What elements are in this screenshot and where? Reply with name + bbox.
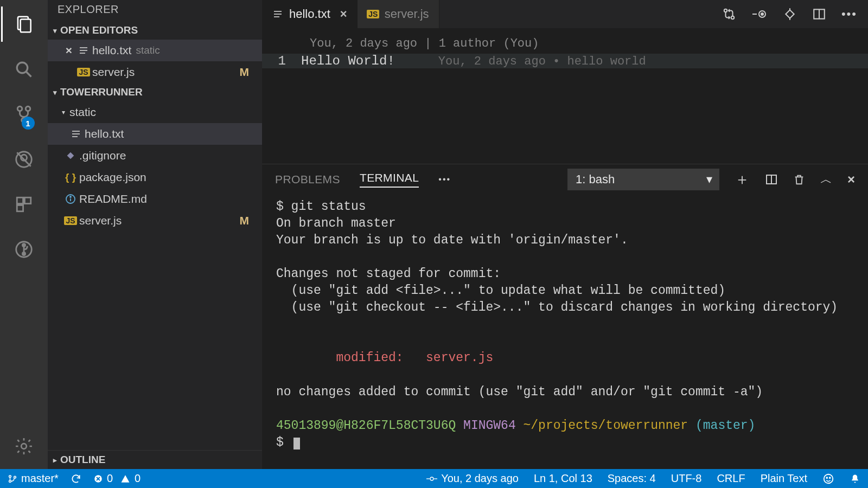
status-blame[interactable]: You, 2 days ago (426, 472, 519, 485)
svg-line-3 (27, 72, 31, 76)
svg-rect-1 (21, 19, 31, 32)
more-icon[interactable]: ••• (841, 7, 857, 21)
terminal-input-line: $ (276, 434, 854, 451)
file-readme[interactable]: README.md (48, 188, 262, 210)
sidebar-title: EXPLORER (48, 0, 262, 21)
chevron-down-icon: ▾ (53, 88, 57, 97)
file-lines-icon (75, 45, 92, 56)
modified-indicator: M (240, 214, 250, 227)
status-sync-icon[interactable] (71, 473, 81, 484)
source-control-icon[interactable]: 1 (9, 97, 39, 132)
svg-point-43 (9, 480, 11, 482)
git-graph-icon[interactable] (9, 232, 39, 267)
maximize-panel-icon[interactable]: ︿ (820, 171, 832, 188)
diamond-diff-icon[interactable] (783, 7, 797, 21)
notifications-bell-icon[interactable] (850, 473, 860, 485)
status-language[interactable]: Plain Text (761, 472, 807, 485)
tab-server[interactable]: JS server.js (358, 0, 439, 28)
project-header[interactable]: ▾ TOWERRUNNER (48, 83, 262, 101)
svg-point-5 (25, 106, 30, 111)
folder-static[interactable]: ▾ static (48, 101, 262, 123)
cursor-icon (293, 438, 300, 450)
code-line-1[interactable]: 1 Hello World! You, 2 days ago • hello w… (262, 54, 868, 68)
status-bar: master* 0 0 You, 2 days ago Ln 1, Col 13… (0, 469, 868, 488)
open-editor-hello[interactable]: × hello.txt static (48, 40, 262, 61)
chevron-down-icon: ▾ (62, 108, 65, 116)
file-lines-icon (67, 129, 85, 139)
status-eol[interactable]: CRLF (717, 472, 745, 485)
search-icon[interactable] (9, 52, 39, 87)
svg-point-27 (70, 196, 71, 197)
svg-point-31 (724, 9, 727, 12)
terminal-select[interactable]: 1: bash (567, 169, 719, 190)
app-main: 1 EXPLORER ▾ OPEN EDITORS × hello.txt s (0, 0, 868, 469)
status-encoding[interactable]: UTF-8 (671, 472, 702, 485)
svg-point-14 (22, 243, 25, 246)
extensions-icon[interactable] (9, 187, 39, 222)
svg-point-44 (14, 476, 16, 478)
svg-rect-11 (24, 197, 30, 203)
open-editor-server[interactable]: JS server.js M (48, 61, 262, 83)
status-problems[interactable]: 0 0 (93, 472, 141, 485)
editor-tabbar: hello.txt × JS server.js (262, 0, 868, 28)
split-terminal-icon[interactable] (765, 173, 778, 186)
activity-bar: 1 (0, 0, 48, 469)
file-server-js[interactable]: JS server.js M (48, 210, 262, 232)
svg-point-34 (761, 13, 763, 15)
file-hello[interactable]: hello.txt (48, 123, 262, 145)
bottom-panel: PROBLEMS TERMINAL ••• 1: bash ＋ ︿ × (262, 164, 868, 469)
svg-point-53 (829, 477, 831, 478)
file-package-json[interactable]: { } package.json (48, 166, 262, 188)
new-terminal-icon[interactable]: ＋ (735, 169, 750, 190)
terminal-content[interactable]: $ git status On branch master Your branc… (262, 194, 868, 469)
status-cursor-pos[interactable]: Ln 1, Col 13 (534, 472, 592, 485)
scm-badge: 1 (22, 117, 35, 130)
status-spaces[interactable]: Spaces: 4 (608, 472, 656, 485)
svg-point-49 (430, 477, 433, 480)
svg-point-4 (17, 106, 22, 111)
explorer-sidebar: EXPLORER ▾ OPEN EDITORS × hello.txt stat… (48, 0, 262, 469)
file-lines-icon (272, 9, 284, 20)
feedback-smiley-icon[interactable] (822, 473, 834, 485)
explorer-icon[interactable] (9, 7, 39, 42)
editor-body[interactable]: You, 2 days ago | 1 author (You) 1 Hello… (262, 28, 868, 164)
line-number: 1 (262, 54, 301, 68)
tab-terminal[interactable]: TERMINAL (360, 171, 419, 188)
file-gitignore[interactable]: .gitignore (48, 145, 262, 166)
modified-indicator: M (240, 66, 250, 79)
split-editor-icon[interactable] (812, 7, 826, 21)
svg-point-17 (21, 444, 27, 449)
terminal-prompt: 45013899@H826F7L58CT3U6Q MINGW64 ~/proje… (276, 418, 854, 434)
outline-header[interactable]: ▸ OUTLINE (48, 450, 262, 469)
svg-rect-24 (67, 152, 74, 159)
braces-icon: { } (62, 171, 79, 183)
kill-terminal-icon[interactable] (793, 173, 805, 186)
git-compare-icon[interactable] (722, 7, 736, 21)
close-icon[interactable]: × (340, 7, 347, 21)
more-panels-icon[interactable]: ••• (438, 175, 451, 184)
editor-actions: ••• (711, 0, 868, 28)
panel-tabbar: PROBLEMS TERMINAL ••• 1: bash ＋ ︿ × (262, 164, 868, 194)
open-editors-header[interactable]: ▾ OPEN EDITORS (48, 21, 262, 40)
js-file-icon: JS (75, 68, 92, 76)
code-text: Hello World! (301, 54, 395, 68)
gitlens-blame: You, 2 days ago • hello world (438, 55, 646, 68)
close-icon[interactable]: × (63, 44, 75, 57)
info-icon (62, 194, 79, 204)
chevron-down-icon: ▾ (53, 27, 57, 35)
close-panel-icon[interactable]: × (847, 172, 855, 187)
tab-problems[interactable]: PROBLEMS (275, 173, 340, 186)
editor-area: hello.txt × JS server.js (262, 0, 868, 469)
svg-point-52 (826, 477, 827, 478)
debug-icon[interactable] (9, 142, 39, 177)
eye-commit-icon[interactable] (751, 8, 768, 20)
tab-hello[interactable]: hello.txt × (262, 0, 358, 28)
gitlens-codelens[interactable]: You, 2 days ago | 1 author (You) (262, 34, 868, 54)
settings-gear-icon[interactable] (9, 428, 39, 464)
svg-point-32 (731, 16, 734, 19)
status-branch[interactable]: master* (8, 472, 59, 485)
svg-rect-12 (17, 205, 23, 211)
svg-point-42 (9, 475, 11, 477)
svg-rect-35 (786, 10, 794, 18)
chevron-right-icon: ▸ (53, 456, 57, 464)
